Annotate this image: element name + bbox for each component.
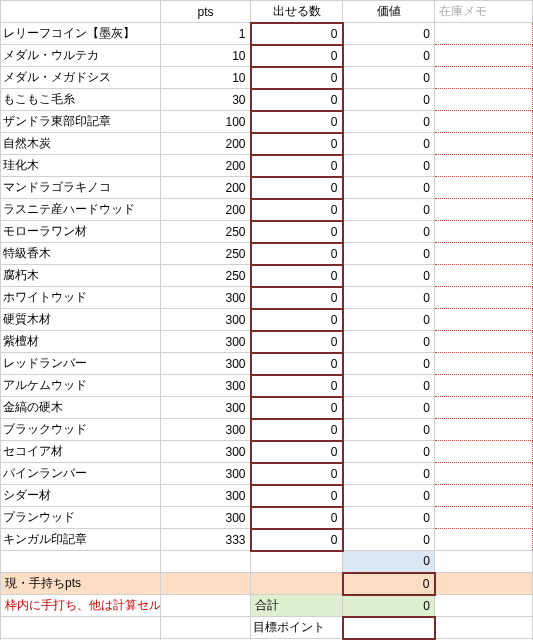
item-memo-input[interactable] (435, 89, 533, 111)
item-memo-input[interactable] (435, 45, 533, 67)
item-memo-input[interactable] (435, 485, 533, 507)
item-value: 0 (343, 529, 435, 551)
item-put-input[interactable]: 0 (251, 485, 343, 507)
item-memo-input[interactable] (435, 331, 533, 353)
item-pts: 200 (161, 199, 251, 221)
header-put: 出せる数 (251, 1, 343, 23)
table-row: レリーフコイン【墨灰】100 (1, 23, 533, 45)
item-pts: 250 (161, 221, 251, 243)
table-row: メダル・ウルテカ1000 (1, 45, 533, 67)
item-memo-input[interactable] (435, 397, 533, 419)
table-row: セコイア材30000 (1, 441, 533, 463)
item-memo-input[interactable] (435, 199, 533, 221)
total-value: 0 (343, 595, 435, 617)
item-name: メダル・ウルテカ (1, 45, 161, 67)
item-memo-input[interactable] (435, 155, 533, 177)
item-name: アルケムウッド (1, 375, 161, 397)
item-memo-input[interactable] (435, 353, 533, 375)
table-row: もこもこ毛糸3000 (1, 89, 533, 111)
item-memo-input[interactable] (435, 243, 533, 265)
item-put-input[interactable]: 0 (251, 45, 343, 67)
item-memo-input[interactable] (435, 419, 533, 441)
item-put-input[interactable]: 0 (251, 67, 343, 89)
item-name: モローラワン材 (1, 221, 161, 243)
item-name: ラスニテ産ハードウッド (1, 199, 161, 221)
item-memo-input[interactable] (435, 67, 533, 89)
current-pts-input[interactable]: 0 (343, 573, 435, 595)
item-memo-input[interactable] (435, 529, 533, 551)
item-put-input[interactable]: 0 (251, 155, 343, 177)
item-name: 腐朽木 (1, 265, 161, 287)
item-put-input[interactable]: 0 (251, 221, 343, 243)
target-input[interactable] (343, 617, 435, 639)
table-row: 珪化木20000 (1, 155, 533, 177)
table-row: プランウッド30000 (1, 507, 533, 529)
item-pts: 200 (161, 177, 251, 199)
header-value: 価値 (343, 1, 435, 23)
table-row: 自然木炭20000 (1, 133, 533, 155)
item-value: 0 (343, 463, 435, 485)
item-put-input[interactable]: 0 (251, 507, 343, 529)
table-row: 特級香木25000 (1, 243, 533, 265)
item-memo-input[interactable] (435, 287, 533, 309)
item-put-input[interactable]: 0 (251, 89, 343, 111)
item-put-input[interactable]: 0 (251, 287, 343, 309)
item-memo-input[interactable] (435, 221, 533, 243)
item-value: 0 (343, 375, 435, 397)
current-pts-row: 現・手持ちpts 0 (1, 573, 533, 595)
item-put-input[interactable]: 0 (251, 199, 343, 221)
table-row: 腐朽木25000 (1, 265, 533, 287)
item-put-input[interactable]: 0 (251, 111, 343, 133)
item-value: 0 (343, 111, 435, 133)
item-put-input[interactable]: 0 (251, 23, 343, 45)
item-memo-input[interactable] (435, 507, 533, 529)
item-name: もこもこ毛糸 (1, 89, 161, 111)
item-put-input[interactable]: 0 (251, 133, 343, 155)
item-memo-input[interactable] (435, 309, 533, 331)
item-put-input[interactable]: 0 (251, 309, 343, 331)
table-row: シダー材30000 (1, 485, 533, 507)
item-memo-input[interactable] (435, 111, 533, 133)
item-name: レリーフコイン【墨灰】 (1, 23, 161, 45)
table-row: パインランバー30000 (1, 463, 533, 485)
table-row: モローラワン材25000 (1, 221, 533, 243)
item-pts: 30 (161, 89, 251, 111)
item-pts: 333 (161, 529, 251, 551)
item-pts: 300 (161, 309, 251, 331)
item-put-input[interactable]: 0 (251, 265, 343, 287)
item-put-input[interactable]: 0 (251, 353, 343, 375)
item-memo-input[interactable] (435, 441, 533, 463)
item-put-input[interactable]: 0 (251, 177, 343, 199)
item-pts: 250 (161, 243, 251, 265)
item-memo-input[interactable] (435, 133, 533, 155)
item-put-input[interactable]: 0 (251, 419, 343, 441)
item-put-input[interactable]: 0 (251, 463, 343, 485)
sum-row: 0 (1, 551, 533, 573)
total-row: 枠内に手打ち、他は計算セル 合計 0 (1, 595, 533, 617)
item-put-input[interactable]: 0 (251, 441, 343, 463)
item-value: 0 (343, 155, 435, 177)
table-row: メダル・メガドシス1000 (1, 67, 533, 89)
item-name: シダー材 (1, 485, 161, 507)
item-value: 0 (343, 331, 435, 353)
item-put-input[interactable]: 0 (251, 243, 343, 265)
table-row: 金縞の硬木30000 (1, 397, 533, 419)
item-put-input[interactable]: 0 (251, 331, 343, 353)
note-text: 枠内に手打ち、他は計算セル (1, 595, 161, 617)
item-value: 0 (343, 265, 435, 287)
item-memo-input[interactable] (435, 463, 533, 485)
item-name: ホワイトウッド (1, 287, 161, 309)
item-put-input[interactable]: 0 (251, 529, 343, 551)
item-memo-input[interactable] (435, 265, 533, 287)
item-pts: 300 (161, 397, 251, 419)
item-pts: 300 (161, 485, 251, 507)
item-value: 0 (343, 221, 435, 243)
item-memo-input[interactable] (435, 177, 533, 199)
item-pts: 300 (161, 287, 251, 309)
item-put-input[interactable]: 0 (251, 375, 343, 397)
points-table: pts 出せる数 価値 在庫メモ レリーフコイン【墨灰】100メダル・ウルテカ1… (0, 0, 533, 640)
item-value: 0 (343, 67, 435, 89)
item-put-input[interactable]: 0 (251, 397, 343, 419)
item-memo-input[interactable] (435, 23, 533, 45)
item-memo-input[interactable] (435, 375, 533, 397)
